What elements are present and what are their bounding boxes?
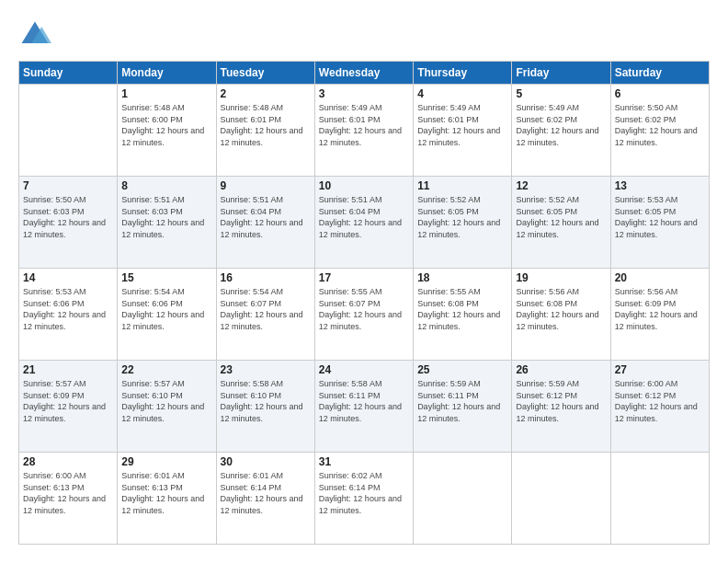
day-cell: 10Sunrise: 5:51 AMSunset: 6:04 PMDayligh… — [314, 177, 413, 269]
week-row-4: 21Sunrise: 5:57 AMSunset: 6:09 PMDayligh… — [19, 361, 710, 453]
day-number: 16 — [221, 271, 311, 284]
day-cell: 3Sunrise: 5:49 AMSunset: 6:01 PMDaylight… — [314, 85, 413, 177]
day-info: Sunrise: 5:57 AMSunset: 6:09 PMDaylight:… — [23, 379, 106, 423]
day-cell: 8Sunrise: 5:51 AMSunset: 6:03 PMDaylight… — [118, 177, 216, 269]
week-row-3: 14Sunrise: 5:53 AMSunset: 6:06 PMDayligh… — [19, 269, 710, 361]
col-header-sunday: Sunday — [19, 62, 118, 85]
day-info: Sunrise: 5:59 AMSunset: 6:12 PMDaylight:… — [516, 379, 598, 423]
day-info: Sunrise: 5:53 AMSunset: 6:06 PMDaylight:… — [23, 287, 106, 331]
day-number: 3 — [319, 87, 409, 100]
day-cell: 5Sunrise: 5:49 AMSunset: 6:02 PMDaylight… — [512, 85, 610, 177]
day-number: 19 — [516, 271, 606, 284]
day-info: Sunrise: 5:55 AMSunset: 6:07 PMDaylight:… — [319, 287, 402, 331]
day-number: 8 — [121, 179, 211, 192]
day-cell: 19Sunrise: 5:56 AMSunset: 6:08 PMDayligh… — [512, 269, 610, 361]
day-info: Sunrise: 5:51 AMSunset: 6:04 PMDaylight:… — [221, 195, 303, 239]
day-info: Sunrise: 5:56 AMSunset: 6:08 PMDaylight:… — [516, 287, 598, 331]
day-info: Sunrise: 5:51 AMSunset: 6:03 PMDaylight:… — [121, 195, 204, 239]
day-cell: 7Sunrise: 5:50 AMSunset: 6:03 PMDaylight… — [19, 177, 118, 269]
day-cell — [512, 453, 610, 545]
week-row-5: 28Sunrise: 6:00 AMSunset: 6:13 PMDayligh… — [19, 453, 710, 545]
header — [18, 18, 710, 52]
day-cell: 12Sunrise: 5:52 AMSunset: 6:05 PMDayligh… — [512, 177, 610, 269]
col-header-saturday: Saturday — [610, 62, 709, 85]
day-number: 9 — [221, 179, 311, 192]
day-cell — [414, 453, 512, 545]
day-cell: 6Sunrise: 5:50 AMSunset: 6:02 PMDaylight… — [610, 85, 709, 177]
day-number: 14 — [23, 271, 113, 284]
day-number: 29 — [121, 455, 211, 468]
day-number: 10 — [319, 179, 409, 192]
day-info: Sunrise: 5:54 AMSunset: 6:06 PMDaylight:… — [121, 287, 204, 331]
day-info: Sunrise: 5:48 AMSunset: 6:01 PMDaylight:… — [221, 103, 303, 147]
col-header-tuesday: Tuesday — [216, 62, 314, 85]
day-number: 28 — [23, 455, 113, 468]
day-cell: 2Sunrise: 5:48 AMSunset: 6:01 PMDaylight… — [216, 85, 314, 177]
day-cell: 15Sunrise: 5:54 AMSunset: 6:06 PMDayligh… — [118, 269, 216, 361]
logo-icon — [18, 18, 51, 52]
day-cell: 25Sunrise: 5:59 AMSunset: 6:11 PMDayligh… — [414, 361, 512, 453]
day-number: 27 — [615, 363, 705, 376]
day-number: 18 — [417, 271, 507, 284]
day-cell — [19, 85, 118, 177]
day-info: Sunrise: 5:59 AMSunset: 6:11 PMDaylight:… — [417, 379, 500, 423]
day-cell: 30Sunrise: 6:01 AMSunset: 6:14 PMDayligh… — [216, 453, 314, 545]
day-cell: 9Sunrise: 5:51 AMSunset: 6:04 PMDaylight… — [216, 177, 314, 269]
col-header-friday: Friday — [512, 62, 610, 85]
day-cell: 20Sunrise: 5:56 AMSunset: 6:09 PMDayligh… — [610, 269, 709, 361]
day-number: 6 — [615, 87, 705, 100]
day-cell: 13Sunrise: 5:53 AMSunset: 6:05 PMDayligh… — [610, 177, 709, 269]
day-info: Sunrise: 5:50 AMSunset: 6:03 PMDaylight:… — [23, 195, 106, 239]
day-number: 22 — [121, 363, 211, 376]
day-number: 31 — [319, 455, 409, 468]
day-info: Sunrise: 5:49 AMSunset: 6:02 PMDaylight:… — [516, 103, 598, 147]
col-header-thursday: Thursday — [414, 62, 512, 85]
week-row-1: 1Sunrise: 5:48 AMSunset: 6:00 PMDaylight… — [19, 85, 710, 177]
page: SundayMondayTuesdayWednesdayThursdayFrid… — [0, 0, 728, 563]
day-info: Sunrise: 6:00 AMSunset: 6:13 PMDaylight:… — [23, 471, 106, 515]
day-info: Sunrise: 5:55 AMSunset: 6:08 PMDaylight:… — [417, 287, 500, 331]
day-cell: 26Sunrise: 5:59 AMSunset: 6:12 PMDayligh… — [512, 361, 610, 453]
col-header-monday: Monday — [118, 62, 216, 85]
day-cell: 31Sunrise: 6:02 AMSunset: 6:14 PMDayligh… — [314, 453, 413, 545]
day-number: 20 — [615, 271, 705, 284]
day-number: 1 — [121, 87, 211, 100]
day-info: Sunrise: 5:49 AMSunset: 6:01 PMDaylight:… — [319, 103, 402, 147]
day-info: Sunrise: 5:58 AMSunset: 6:11 PMDaylight:… — [319, 379, 402, 423]
day-cell: 1Sunrise: 5:48 AMSunset: 6:00 PMDaylight… — [118, 85, 216, 177]
day-cell: 27Sunrise: 6:00 AMSunset: 6:12 PMDayligh… — [610, 361, 709, 453]
day-number: 23 — [221, 363, 311, 376]
day-info: Sunrise: 5:50 AMSunset: 6:02 PMDaylight:… — [615, 103, 698, 147]
day-info: Sunrise: 5:48 AMSunset: 6:00 PMDaylight:… — [121, 103, 204, 147]
day-number: 5 — [516, 87, 606, 100]
day-cell: 24Sunrise: 5:58 AMSunset: 6:11 PMDayligh… — [314, 361, 413, 453]
day-cell: 4Sunrise: 5:49 AMSunset: 6:01 PMDaylight… — [414, 85, 512, 177]
day-info: Sunrise: 5:58 AMSunset: 6:10 PMDaylight:… — [221, 379, 303, 423]
day-number: 26 — [516, 363, 606, 376]
day-number: 7 — [23, 179, 113, 192]
day-number: 2 — [221, 87, 311, 100]
day-number: 13 — [615, 179, 705, 192]
day-info: Sunrise: 6:00 AMSunset: 6:12 PMDaylight:… — [615, 379, 698, 423]
day-number: 21 — [23, 363, 113, 376]
day-cell: 21Sunrise: 5:57 AMSunset: 6:09 PMDayligh… — [19, 361, 118, 453]
week-row-2: 7Sunrise: 5:50 AMSunset: 6:03 PMDaylight… — [19, 177, 710, 269]
day-number: 12 — [516, 179, 606, 192]
day-info: Sunrise: 5:49 AMSunset: 6:01 PMDaylight:… — [417, 103, 500, 147]
day-cell: 23Sunrise: 5:58 AMSunset: 6:10 PMDayligh… — [216, 361, 314, 453]
day-info: Sunrise: 5:53 AMSunset: 6:05 PMDaylight:… — [615, 195, 698, 239]
day-number: 30 — [221, 455, 311, 468]
day-cell: 18Sunrise: 5:55 AMSunset: 6:08 PMDayligh… — [414, 269, 512, 361]
day-number: 24 — [319, 363, 409, 376]
day-info: Sunrise: 6:01 AMSunset: 6:13 PMDaylight:… — [121, 471, 204, 515]
day-info: Sunrise: 6:01 AMSunset: 6:14 PMDaylight:… — [221, 471, 303, 515]
day-cell: 11Sunrise: 5:52 AMSunset: 6:05 PMDayligh… — [414, 177, 512, 269]
day-info: Sunrise: 5:51 AMSunset: 6:04 PMDaylight:… — [319, 195, 402, 239]
day-info: Sunrise: 5:57 AMSunset: 6:10 PMDaylight:… — [121, 379, 204, 423]
day-cell: 17Sunrise: 5:55 AMSunset: 6:07 PMDayligh… — [314, 269, 413, 361]
day-info: Sunrise: 5:52 AMSunset: 6:05 PMDaylight:… — [417, 195, 500, 239]
calendar-table: SundayMondayTuesdayWednesdayThursdayFrid… — [18, 61, 710, 545]
day-number: 15 — [121, 271, 211, 284]
day-info: Sunrise: 5:52 AMSunset: 6:05 PMDaylight:… — [516, 195, 598, 239]
day-info: Sunrise: 6:02 AMSunset: 6:14 PMDaylight:… — [319, 471, 402, 515]
